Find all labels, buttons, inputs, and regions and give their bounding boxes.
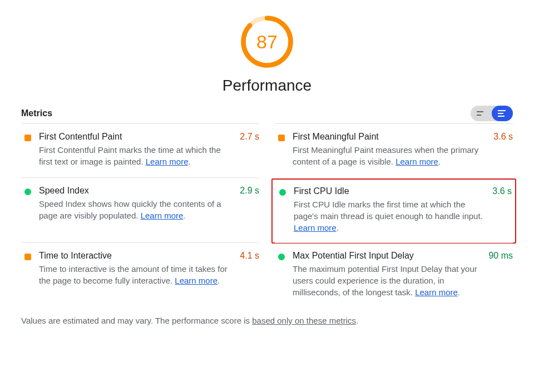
metric-value: 3.6 s bbox=[487, 186, 512, 234]
score-gauge-section: 87 Performance bbox=[21, 13, 513, 95]
metric-description: The maximum potential First Input Delay … bbox=[293, 263, 479, 298]
metric-value: 4.1 s bbox=[234, 251, 259, 298]
learn-more-link[interactable]: Learn more bbox=[395, 157, 438, 166]
metric-fcp: First Contentful Paint First Contentful … bbox=[21, 123, 259, 177]
status-icon-good bbox=[278, 254, 285, 260]
metric-description: First CPU Idle marks the first time at w… bbox=[294, 199, 483, 234]
svg-rect-3 bbox=[477, 115, 481, 116]
metrics-heading: Metrics bbox=[21, 108, 52, 118]
learn-more-link[interactable]: Learn more bbox=[146, 157, 189, 166]
footer-link[interactable]: based only on these metrics bbox=[252, 316, 356, 325]
metric-title: First Contentful Paint bbox=[39, 132, 231, 142]
metric-description: Time to interactive is the amount of tim… bbox=[39, 263, 231, 286]
metric-description: Speed Index shows how quickly the conten… bbox=[39, 198, 231, 221]
metric-title: Max Potential First Input Delay bbox=[293, 251, 479, 261]
learn-more-link[interactable]: Learn more bbox=[141, 211, 184, 220]
svg-rect-6 bbox=[498, 116, 505, 117]
metric-first-cpu-idle: First CPU Idle First CPU Idle marks the … bbox=[271, 178, 516, 244]
compact-view-icon bbox=[477, 110, 486, 117]
learn-more-link[interactable]: Learn more bbox=[415, 287, 458, 297]
status-icon-average bbox=[24, 254, 31, 260]
metric-speed-index: Speed Index Speed Index shows how quickl… bbox=[21, 177, 259, 242]
learn-more-link[interactable]: Learn more bbox=[294, 223, 337, 232]
metric-fmp: First Meaningful Paint First Meaningful … bbox=[275, 123, 513, 177]
metric-description: First Meaningful Paint measures when the… bbox=[293, 144, 484, 167]
metric-value: 2.7 s bbox=[234, 132, 259, 167]
metric-title: Speed Index bbox=[39, 186, 231, 196]
status-icon-good bbox=[24, 188, 31, 195]
expanded-view-button[interactable] bbox=[492, 106, 513, 121]
report-title: Performance bbox=[222, 77, 312, 95]
metric-mpfid: Max Potential First Input Delay The maxi… bbox=[275, 242, 513, 308]
footer-note: Values are estimated and may vary. The p… bbox=[21, 316, 513, 325]
expanded-view-icon bbox=[498, 110, 507, 117]
metric-value: 3.6 s bbox=[488, 132, 513, 167]
metric-tti: Time to Interactive Time to interactive … bbox=[21, 242, 259, 308]
svg-rect-5 bbox=[498, 113, 503, 114]
metric-value: 2.9 s bbox=[234, 186, 259, 232]
compact-view-button[interactable] bbox=[471, 106, 492, 121]
status-icon-average bbox=[24, 135, 31, 141]
svg-rect-4 bbox=[498, 110, 506, 111]
svg-rect-2 bbox=[477, 111, 483, 112]
metrics-grid: First Contentful Paint First Contentful … bbox=[21, 123, 513, 308]
view-toggle bbox=[471, 106, 513, 121]
metric-title: First Meaningful Paint bbox=[293, 132, 484, 142]
status-icon-good bbox=[279, 189, 286, 196]
learn-more-link[interactable]: Learn more bbox=[175, 276, 217, 285]
metric-title: First CPU Idle bbox=[294, 186, 483, 196]
metric-value: 90 ms bbox=[483, 251, 513, 298]
score-gauge: 87 bbox=[239, 13, 295, 70]
score-value: 87 bbox=[239, 13, 295, 70]
metric-title: Time to Interactive bbox=[39, 251, 231, 261]
metric-description: First Contentful Paint marks the time at… bbox=[39, 144, 231, 167]
status-icon-average bbox=[278, 135, 285, 141]
